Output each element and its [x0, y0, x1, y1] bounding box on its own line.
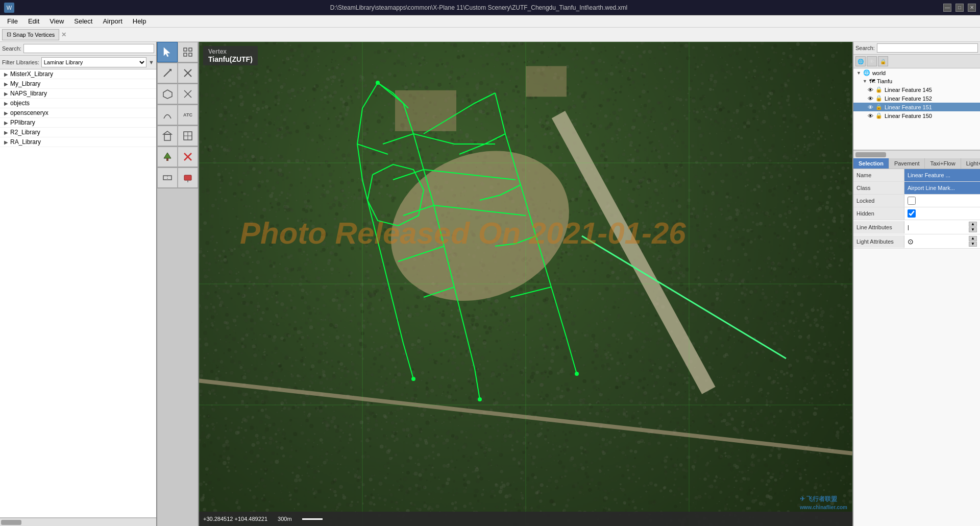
right-panel: Search: 🌐 👁 🔒 ▼ 🌐 world ▼ 🗺 Tianfu 👁 🔒 — [852, 42, 980, 526]
close-button[interactable]: ✕ — [968, 4, 976, 12]
road-tool-button[interactable] — [157, 168, 178, 188]
lib-name: MisterX_Library — [10, 70, 53, 78]
tab-light-mark[interactable]: Light+Mar — [961, 158, 980, 169]
sign-tool-button[interactable] — [178, 168, 198, 188]
light-attr-spinner[interactable]: ▲ ▼ — [969, 236, 977, 247]
list-item[interactable]: ▶ objects — [0, 99, 156, 108]
menu-edit[interactable]: Edit — [23, 16, 44, 26]
coordinates: +30.284512 +104.489221 — [203, 516, 267, 522]
tab-pavement[interactable]: Pavement — [889, 158, 925, 169]
tree-item-label: Tianfu — [877, 78, 892, 84]
lock-icon: 🔒 — [875, 86, 883, 93]
svg-rect-2 — [189, 48, 192, 51]
hidden-checkbox[interactable] — [908, 209, 916, 218]
scrollbar-thumb[interactable] — [855, 152, 886, 157]
tree-icon-eye[interactable]: 👁 — [867, 56, 877, 66]
tree-item-world[interactable]: ▼ 🌐 world — [853, 68, 980, 77]
list-item[interactable]: ▶ My_Library — [0, 79, 156, 89]
tab-selection[interactable]: Selection — [853, 158, 889, 169]
list-item[interactable]: ▶ MisterX_Library — [0, 69, 156, 79]
scale-bar — [302, 518, 323, 520]
menu-view[interactable]: View — [44, 16, 69, 26]
tree-icon-globe[interactable]: 🌐 — [855, 56, 866, 66]
grid-tool-button[interactable] — [178, 42, 198, 62]
library-search-input[interactable] — [23, 44, 154, 53]
cross-tool-button[interactable] — [178, 63, 198, 83]
snap-close-button[interactable]: ✕ — [61, 31, 66, 38]
eye-icon: 👁 — [868, 104, 873, 110]
tree-item-linear151[interactable]: 👁 🔒 Linear Feature 151 — [853, 103, 980, 111]
menu-help[interactable]: Help — [128, 16, 152, 26]
menu-select[interactable]: Select — [69, 16, 97, 26]
delete-tool-button[interactable] — [178, 147, 198, 167]
locked-value — [904, 195, 980, 207]
spinner-up[interactable]: ▲ — [969, 222, 977, 227]
tree-item-linear152[interactable]: 👁 🔒 Linear Feature 152 — [853, 94, 980, 103]
search-label: Search: — [2, 45, 21, 52]
title-bar: W D:\SteamLibrary\steamapps\common\X-Pla… — [0, 0, 980, 15]
class-value[interactable]: Airport Line Mark... — [904, 182, 980, 194]
tree-scrollbar[interactable] — [853, 150, 980, 158]
tab-taxi-flow[interactable]: Taxi+Flow — [925, 158, 961, 169]
facade-tool-button[interactable] — [178, 126, 198, 146]
scrollbar-thumb[interactable] — [1, 520, 21, 525]
arrow-icon: ▶ — [4, 91, 8, 97]
snap-toolbar: ⊡ Snap To Vertices ✕ — [0, 28, 980, 42]
menu-file[interactable]: File — [2, 16, 23, 26]
svg-rect-3 — [184, 53, 187, 56]
lib-name: R2_Library — [10, 129, 40, 136]
right-search-input[interactable] — [877, 43, 978, 53]
poly-tool-button[interactable] — [157, 84, 178, 104]
spinner-down[interactable]: ▼ — [969, 227, 977, 232]
airport-code: Tianfu(ZUTF) — [208, 55, 253, 63]
tree-tool-button[interactable] — [157, 147, 178, 167]
select-tool-button[interactable] — [157, 42, 178, 62]
atc-tool-button[interactable]: ATC — [178, 105, 198, 125]
line-attr-value: | ▲ ▼ — [904, 220, 980, 234]
svg-marker-9 — [163, 90, 172, 99]
spinner-up[interactable]: ▲ — [969, 236, 977, 241]
list-item[interactable]: ▶ PPlibrary — [0, 118, 156, 128]
line-attr-spinner[interactable]: ▲ ▼ — [969, 222, 977, 232]
maximize-button[interactable]: □ — [955, 4, 964, 12]
prop-light-attr-row: Light Attributes ⊙ ▲ ▼ — [853, 234, 980, 249]
hidden-label: Hidden — [853, 207, 904, 220]
curve-tool-button[interactable] — [157, 105, 178, 125]
snap-to-vertices-button[interactable]: ⊡ Snap To Vertices — [2, 29, 59, 40]
cut-tool-button[interactable] — [178, 84, 198, 104]
locked-checkbox[interactable] — [908, 197, 916, 205]
tree-item-tianfu[interactable]: ▼ 🗺 Tianfu — [853, 77, 980, 85]
filter-libraries-bar: Filter Libraries: Laminar Library Mister… — [0, 56, 156, 69]
list-item[interactable]: ▶ R2_Library — [0, 128, 156, 137]
hidden-value — [904, 207, 980, 220]
line-attr-label: Line Attributes — [853, 221, 904, 233]
eye-icon: 👁 — [868, 87, 873, 93]
prop-hidden-row: Hidden — [853, 207, 980, 220]
snap-icon: ⊡ — [7, 31, 11, 38]
lock-icon: 🔒 — [875, 112, 883, 119]
window-title: D:\SteamLibrary\steamapps\common\X-Plane… — [14, 4, 943, 11]
menu-airport[interactable]: Airport — [97, 16, 127, 26]
class-label: Class — [853, 182, 904, 194]
map-area[interactable]: Vertex Tianfu(ZUTF) Photo Released On 20… — [199, 42, 852, 526]
tree-item-linear145[interactable]: 👁 🔒 Linear Feature 145 — [853, 85, 980, 94]
spinner-down[interactable]: ▼ — [969, 242, 977, 247]
tree-arrow-icon: ▼ — [856, 70, 861, 76]
prop-name-row: Name Linear Feature ... — [853, 169, 980, 182]
minimize-button[interactable]: — — [943, 4, 951, 12]
lib-name: opensceneryx — [10, 109, 48, 116]
tree-item-linear150[interactable]: 👁 🔒 Linear Feature 150 — [853, 111, 980, 120]
tool-group-6 — [157, 147, 198, 168]
lock-icon: 🔒 — [875, 104, 883, 110]
vertex-tool-button[interactable] — [157, 63, 178, 83]
name-value: Linear Feature ... — [904, 169, 980, 181]
list-item[interactable]: ▶ opensceneryx — [0, 108, 156, 118]
arrow-icon: ▶ — [4, 130, 8, 135]
tree-icon-lock[interactable]: 🔒 — [878, 56, 888, 66]
list-item[interactable]: ▶ NAPS_library — [0, 89, 156, 99]
building-tool-button[interactable] — [157, 126, 178, 146]
horizontal-scrollbar[interactable] — [0, 518, 156, 526]
list-item[interactable]: ▶ RA_Library — [0, 137, 156, 147]
filter-libraries-select[interactable]: Laminar Library MisterX_Library My_Libra… — [41, 57, 146, 67]
tree-item-label: world — [872, 70, 886, 76]
